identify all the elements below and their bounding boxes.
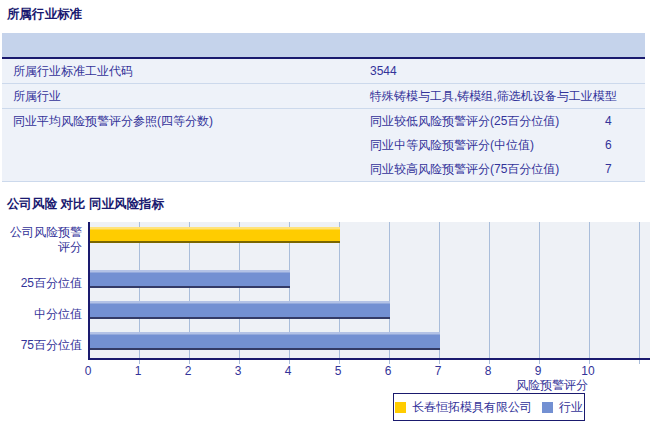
legend-swatch-icon xyxy=(395,402,406,413)
table-row: 所属行业标准工业代码 3544 xyxy=(2,59,645,84)
legend-item: 行业 xyxy=(542,399,583,416)
bar-公司风险预警评分 xyxy=(90,227,340,243)
page: 所属行业标准 所属行业标准工业代码 3544 所属行业 特殊铸模与工具,铸模组,… xyxy=(0,0,652,439)
risk-comparison-bar-chart: 公司风险预警评分25百分位值中分位值75百分位值 012345678910 风险… xyxy=(0,218,652,439)
row-label-industry-code: 所属行业标准工业代码 xyxy=(2,59,370,83)
x-tick-label: 9 xyxy=(518,364,558,378)
subrow-value: 6 xyxy=(605,138,645,152)
industry-standard-section-title: 所属行业标准 xyxy=(7,6,82,23)
row-value-industry: 特殊铸模与工具,铸模组,筛选机设备与工业模型 xyxy=(370,84,645,108)
x-tick-label: 2 xyxy=(168,364,208,378)
x-axis-title: 风险预警评分 xyxy=(516,377,588,394)
bar-中分位值 xyxy=(90,301,390,319)
table-row: 所属行业 特殊铸模与工具,铸模组,筛选机设备与工业模型 xyxy=(2,84,645,109)
gridline xyxy=(639,222,640,358)
x-tick-label: 10 xyxy=(568,364,608,378)
peer-quartiles-subtable: 同业较低风险预警评分(25百分位值) 4 同业中等风险预警评分(中位值) 6 同… xyxy=(370,109,645,181)
legend-swatch-icon xyxy=(542,402,553,413)
chart-legend: 长春恒拓模具有限公司行业 xyxy=(393,393,585,421)
subrow-label: 同业中等风险预警评分(中位值) xyxy=(370,138,605,152)
subrow-high-risk: 同业较高风险预警评分(75百分位值) 7 xyxy=(370,157,645,181)
x-tick-label: 1 xyxy=(118,364,158,378)
bar-25百分位值 xyxy=(90,270,290,288)
category-label: 公司风险预警评分 xyxy=(0,225,82,255)
subrow-value: 7 xyxy=(605,162,645,176)
row-value-industry-code: 3544 xyxy=(370,59,645,83)
tick-mark xyxy=(639,360,640,364)
legend-item: 长春恒拓模具有限公司 xyxy=(395,399,532,416)
category-label: 75百分位值 xyxy=(0,338,82,353)
row-label-peer-quartiles: 同业平均风险预警评分参照(四等分数) xyxy=(2,109,370,181)
industry-standard-table: 所属行业标准工业代码 3544 所属行业 特殊铸模与工具,铸模组,筛选机设备与工… xyxy=(2,33,645,182)
x-tick-label: 3 xyxy=(218,364,258,378)
chart-plot-area xyxy=(88,222,650,360)
x-tick-label: 7 xyxy=(418,364,458,378)
x-tick-label: 4 xyxy=(268,364,308,378)
subrow-value: 4 xyxy=(605,114,645,128)
table-header-band xyxy=(2,33,645,59)
bar-75百分位值 xyxy=(90,332,440,350)
subrow-label: 同业较高风险预警评分(75百分位值) xyxy=(370,162,605,176)
category-label: 25百分位值 xyxy=(0,276,82,291)
subrow-medium-risk: 同业中等风险预警评分(中位值) 6 xyxy=(370,133,645,157)
x-tick-label: 0 xyxy=(68,364,108,378)
gridline xyxy=(589,222,590,358)
x-tick-label: 8 xyxy=(468,364,508,378)
subrow-low-risk: 同业较低风险预警评分(25百分位值) 4 xyxy=(370,109,645,133)
x-tick-label: 5 xyxy=(318,364,358,378)
row-label-industry: 所属行业 xyxy=(2,84,370,108)
x-tick-label: 6 xyxy=(368,364,408,378)
gridline xyxy=(489,222,490,358)
table-row: 同业平均风险预警评分参照(四等分数) 同业较低风险预警评分(25百分位值) 4 … xyxy=(2,109,645,182)
legend-series-name: 长春恒拓模具有限公司 xyxy=(412,399,532,416)
legend-series-name: 行业 xyxy=(559,399,583,416)
risk-comparison-section-title: 公司风险 对比 同业风险指标 xyxy=(7,196,164,213)
category-label: 中分位值 xyxy=(0,307,82,322)
subrow-label: 同业较低风险预警评分(25百分位值) xyxy=(370,114,605,128)
gridline xyxy=(539,222,540,358)
